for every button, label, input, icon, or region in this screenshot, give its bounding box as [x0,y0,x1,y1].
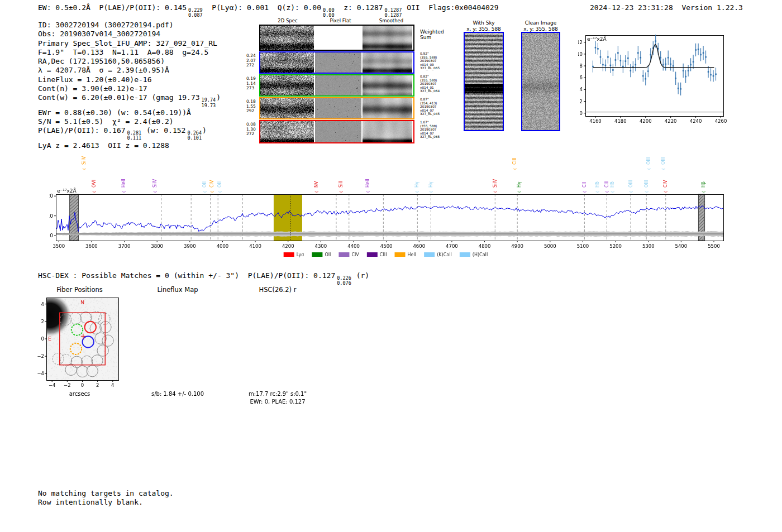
elixer-report-page: EW: 0.5±0.2Å P(LAE)/P(OII): 0.1450.2290.… [0,0,782,532]
hsc-image-xlabel: m:17.7 rc:2.9" s:0.1" [227,391,328,397]
cutout-row-fiber-4 [259,120,414,143]
fiber2-2d-spec-image [260,75,314,95]
cutout-row-fiber-3 [259,97,414,119]
weighted-2d-spec-image [260,26,314,50]
weighted-pixel-flat-image [315,26,361,50]
clean-image-panel [521,32,560,131]
info-line-1: Obs: 20190307v014_3002720194 [38,30,221,39]
weighted-smoothed-image [363,26,412,50]
info-line-6: LineFlux = 1.20(±0.40)e-16 [38,75,221,84]
report-datetime: 2024-12-23 23:31:28 [590,3,673,12]
clean-image [522,33,559,130]
cutout-row-fiber-1 [259,51,414,74]
info-line-5: λ = 4207.78Å σ = 2.39(±0.95)Å [38,66,221,75]
info-line-3: F=1.9" T=0.133 N=1.11 A=0.88 g=24.5 [38,48,221,57]
info-line-2: Primary Spec_Slot_IFU_AMP: 327_092_017_R… [38,39,221,48]
with-sky-panel [464,32,504,131]
full-spectrum-chart [49,144,733,258]
fiber3-weights: 0.181.55292 [246,99,259,114]
fiber3-pixel-flat-image [315,98,361,118]
col-title-smoothed: Smoothed [365,18,417,23]
info-line-9: EWr = 0.88(±0.30) (w: 0.54(±0.19))Å [38,108,221,117]
info-line-10: S/N = 5.1(±0.5) χ² = 2.4(±0.2) [38,117,221,126]
fiber4-smoothed-image [363,121,412,142]
fiber2-pixel-flat-image [315,75,361,95]
col-title-2d-spec: 2D Spec [260,18,315,23]
fiber3-id-labels: 0.87"(354, 413)20190307v014_07327_RL_045 [420,98,452,116]
with-sky-image [465,33,503,130]
info-line-4: RA,Dec (172.195160,50.865856) [38,57,221,66]
hsc-dex-summary-line: HSC-DEX : Possible Matches = 0 (within +… [38,271,369,286]
with-sky-title: With Skyx, y: 355, 588 [461,20,506,32]
fiber3-2d-spec-image [260,98,314,118]
col-title-pixel-flat: Pixel Flat [316,18,365,23]
fiber1-2d-spec-image [260,52,314,73]
with-sky-title-text: With Skyx, y: 355, 588 [461,20,506,32]
info-line-0: ID: 3002720194 (3002720194.pdf) [38,21,221,30]
detection-zoom-chart [578,31,732,131]
fiber1-smoothed-image [363,52,412,73]
fiber1-pixel-flat-image [315,52,361,73]
fiber3-smoothed-image [363,98,412,118]
fiber4-2d-spec-image [260,121,314,142]
lineflux-map-xlabel: s/b: 1.84 +/- 0.100 [127,391,228,397]
lineflux-map-plot [127,295,228,391]
footer-no-match-line: No matching targets in catalog. [38,489,174,498]
hsc-image-plot [227,295,328,391]
fiber-positions-title: Fiber Positions [34,286,126,294]
fiber2-smoothed-image [363,75,412,95]
fiber2-weights: 0.191.14273 [246,76,259,91]
fiber2-id-labels: 0.82"(355, 580)20190307v014_01327_RL_064 [420,75,452,93]
fiber-positions-xlabel: arcsecs [34,391,126,397]
weighted-sum-label: Weighted Sum [420,29,452,40]
info-line-7: Cont(n) = 3.90(±0.12)e-17 [38,84,221,93]
fiber4-pixel-flat-image [315,121,361,142]
fiber-positions-plot [34,295,126,391]
fiber4-id-labels: 1.67"(355, 588)20190307v014_07327_RL_065 [420,121,452,139]
info-line-11: P(LAE)/P(OII): 0.1670.2810.111 (w: 0.152… [38,126,221,141]
report-version: Version 1.22.3 [681,3,743,12]
hsc-image-title: HSC(26.2) r [227,286,328,294]
header-datetime-version: 2024-12-23 23:31:28 Version 1.22.3 [590,3,743,12]
fiber1-id-labels: 0.92"(355, 588)20190307v014_03327_RL_065 [420,52,452,70]
footer-blank-line: Row intentionally blank. [38,498,143,507]
header-summary-line: EW: 0.5±0.2Å P(LAE)/P(OII): 0.1450.2290.… [38,3,499,18]
clean-image-title: Clean Imagex, y: 355, 588 [518,20,563,32]
cutout-row-fiber-2 [259,74,414,97]
fiber4-weights: 0.081.30272 [246,122,259,137]
detection-info-block: ID: 3002720194 (3002720194.pdf)Obs: 2019… [38,21,221,150]
fiber1-weights: 0.242.07272 [246,54,259,68]
cutout-row-weighted [259,25,414,51]
info-line-8: Cont(w) = 6.20(±0.01)e-17 (gmag 19.7319.… [38,93,221,108]
lineflux-map-title: Lineflux Map [127,286,228,294]
hsc-image-xlabel2: EWr: 0, PLAE: 0.127 [227,399,328,405]
